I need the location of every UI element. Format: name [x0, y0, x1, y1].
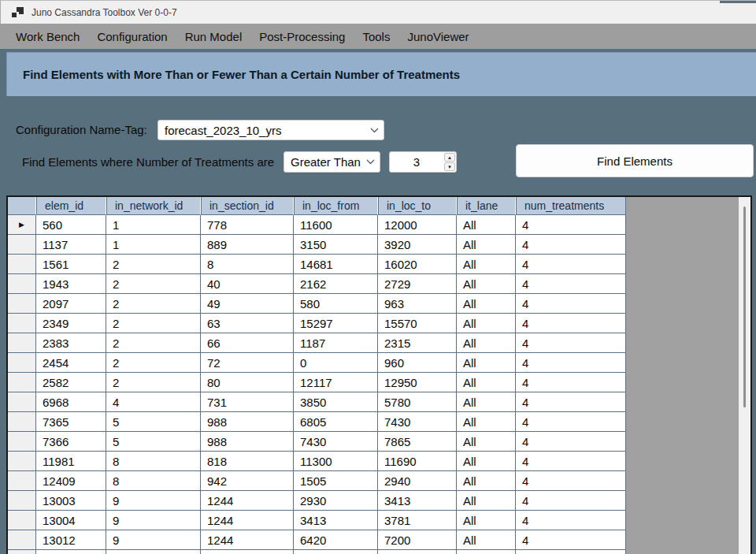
table-cell[interactable]: All: [457, 255, 516, 274]
table-cell[interactable]: 2: [106, 294, 201, 314]
table-cell[interactable]: 1187: [294, 333, 378, 353]
table-cell[interactable]: 12409: [36, 471, 106, 491]
table-cell[interactable]: 16020: [378, 255, 457, 274]
table-cell[interactable]: 988: [201, 432, 294, 452]
table-cell[interactable]: 8: [106, 471, 201, 491]
row-header[interactable]: [8, 432, 36, 452]
table-cell[interactable]: 2: [106, 333, 201, 353]
table-cell[interactable]: All: [457, 491, 516, 511]
row-header[interactable]: [8, 274, 36, 294]
table-cell[interactable]: 5: [106, 412, 201, 432]
table-row[interactable]: 1137188931503920All4: [8, 235, 750, 255]
table-cell[interactable]: 49: [201, 294, 294, 314]
table-cell[interactable]: 2: [106, 274, 201, 294]
table-row[interactable]: 130129124464207200All4: [8, 530, 750, 550]
table-cell[interactable]: All: [457, 412, 516, 432]
table-cell[interactable]: 80: [201, 373, 294, 392]
table-cell[interactable]: 6968: [36, 392, 106, 412]
table-cell[interactable]: 1: [106, 235, 201, 255]
table-row[interactable]: 7365598868057430All4: [8, 412, 750, 432]
table-cell[interactable]: 3413: [378, 491, 457, 511]
table-cell[interactable]: 963: [378, 294, 457, 314]
table-cell[interactable]: 1505: [294, 471, 378, 491]
table-cell[interactable]: 4: [516, 432, 626, 452]
column-header-num-treatments[interactable]: num_treatments: [516, 197, 626, 215]
table-cell[interactable]: 7366: [36, 432, 106, 452]
table-cell[interactable]: 11600: [294, 215, 378, 235]
table-cell[interactable]: 11981: [36, 452, 106, 471]
table-cell[interactable]: 2315: [378, 333, 457, 353]
table-row[interactable]: 1561281468116020All4: [8, 255, 750, 274]
table-cell[interactable]: 580: [294, 294, 378, 314]
table-row[interactable]: 12409894215052940All4: [8, 471, 750, 491]
table-cell[interactable]: 6805: [294, 412, 378, 432]
table-cell[interactable]: 889: [201, 235, 294, 255]
table-cell[interactable]: [457, 550, 516, 554]
table-cell[interactable]: 9: [106, 530, 201, 550]
table-cell[interactable]: All: [457, 294, 516, 314]
table-cell[interactable]: 66: [201, 333, 294, 353]
vertical-scrollbar[interactable]: [739, 197, 750, 554]
table-cell[interactable]: 818: [201, 452, 294, 471]
row-header[interactable]: [8, 452, 36, 471]
menu-item-configuration[interactable]: Configuration: [88, 24, 176, 49]
menu-item-run-model[interactable]: Run Model: [176, 24, 251, 49]
table-cell[interactable]: 4: [516, 452, 626, 471]
row-header[interactable]: [8, 294, 36, 314]
table-row[interactable]: 23492631529715570All4: [8, 314, 750, 333]
table-cell[interactable]: 12117: [294, 373, 378, 392]
table-cell[interactable]: 12000: [378, 215, 457, 235]
table-cell[interactable]: 8: [201, 255, 294, 274]
table-cell[interactable]: 3413: [294, 511, 378, 530]
table-cell[interactable]: 13004: [36, 511, 106, 530]
table-cell[interactable]: 9: [106, 491, 201, 511]
menu-item-work-bench[interactable]: Work Bench: [7, 24, 88, 49]
table-cell[interactable]: 2: [106, 314, 201, 333]
menu-item-post-processing[interactable]: Post-Processing: [250, 24, 354, 49]
table-row[interactable]: 1198188181130011690All4: [8, 452, 750, 471]
table-cell[interactable]: 1244: [201, 511, 294, 530]
table-cell[interactable]: 3920: [378, 235, 457, 255]
table-cell[interactable]: 2349: [36, 314, 106, 333]
table-row[interactable]: 194324021622729All4: [8, 274, 750, 294]
table-cell[interactable]: 63: [201, 314, 294, 333]
row-header[interactable]: [8, 255, 36, 274]
table-cell[interactable]: 942: [201, 471, 294, 491]
table-cell[interactable]: 0: [294, 353, 378, 373]
table-cell[interactable]: 4: [516, 530, 626, 550]
table-cell[interactable]: 2383: [36, 333, 106, 353]
row-header[interactable]: [8, 511, 36, 530]
table-cell[interactable]: 15570: [378, 314, 457, 333]
table-cell[interactable]: 2: [106, 373, 201, 392]
find-elements-button[interactable]: Find Elements: [516, 144, 754, 177]
table-cell[interactable]: 2: [106, 353, 201, 373]
table-cell[interactable]: 4: [516, 511, 626, 530]
table-row[interactable]: 7366598874307865All4: [8, 432, 750, 452]
row-header[interactable]: [8, 392, 36, 412]
spin-up-button[interactable]: ▲: [444, 153, 455, 162]
row-header[interactable]: [8, 471, 36, 491]
table-cell[interactable]: 2: [106, 255, 201, 274]
table-cell[interactable]: 11300: [294, 452, 378, 471]
table-cell[interactable]: 3150: [294, 235, 378, 255]
grid-corner-cell[interactable]: [8, 197, 36, 215]
table-cell[interactable]: 1561: [36, 255, 106, 274]
row-header[interactable]: [8, 412, 36, 432]
table-cell[interactable]: 1: [106, 215, 201, 235]
table-cell[interactable]: 778: [201, 215, 294, 235]
menu-item-tools[interactable]: Tools: [354, 24, 398, 49]
table-cell[interactable]: 4: [516, 353, 626, 373]
table-cell[interactable]: 4: [516, 373, 626, 392]
table-cell[interactable]: 988: [201, 412, 294, 432]
row-header[interactable]: [8, 235, 36, 255]
table-cell[interactable]: 731: [201, 392, 294, 412]
table-cell[interactable]: 2162: [294, 274, 378, 294]
row-header[interactable]: [8, 550, 36, 554]
column-header-elem-id[interactable]: elem_id: [36, 197, 106, 215]
table-cell[interactable]: [106, 550, 201, 554]
table-cell[interactable]: [378, 550, 457, 554]
table-cell[interactable]: 4: [516, 491, 626, 511]
table-row[interactable]: [8, 550, 750, 554]
treatments-count-stepper[interactable]: 3 ▲ ▼: [389, 151, 457, 173]
table-row[interactable]: 238326611872315All4: [8, 333, 750, 353]
